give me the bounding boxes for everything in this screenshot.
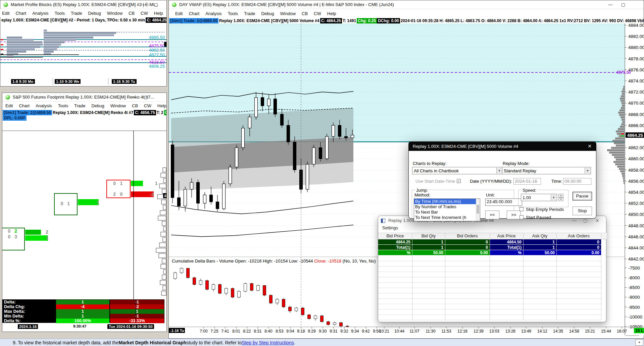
svg-text:4808.25: 4808.25 xyxy=(149,64,165,69)
fp-menu-analysis[interactable]: Analysis xyxy=(33,103,55,108)
maximize-icon[interactable]: ▢ xyxy=(583,218,587,223)
mp-menu-trade[interactable]: Trade xyxy=(68,11,85,16)
fp-menu-help[interactable]: Help xyxy=(154,103,169,108)
time-input[interactable]: 09:30:00 xyxy=(563,178,591,185)
mp-menu-chart[interactable]: Chart xyxy=(12,11,29,16)
main-menu-cw[interactable]: CW xyxy=(311,11,324,16)
depth-header-ask-qty[interactable]: Ask Qty xyxy=(523,233,556,238)
depth-header-ask-price[interactable]: Ask Price xyxy=(490,233,523,238)
method-label: Method: xyxy=(414,192,430,197)
stop-button[interactable]: Stop xyxy=(573,207,592,215)
speed-spin-down[interactable]: ▼ xyxy=(558,197,563,201)
method-listbox[interactable]: By Time (hh:mm:ss.ms)By Number of Trades… xyxy=(414,198,480,221)
minimize-icon[interactable]: — xyxy=(128,93,139,102)
start-paused-checkbox[interactable] xyxy=(519,215,524,219)
skip-empty-periods-checkbox[interactable] xyxy=(519,207,524,211)
fp-delta-row-label: Delta Chg: xyxy=(3,304,56,309)
skip-empty-periods-label: Skip Empty Periods xyxy=(526,207,564,212)
svg-text:12:16: 12:16 xyxy=(457,329,467,334)
speed-spin-up[interactable]: ▲ xyxy=(558,194,563,197)
mp-menu-analysis[interactable]: Analysis xyxy=(29,11,51,16)
mp-menu-window[interactable]: Window xyxy=(104,11,126,16)
jump-back-button[interactable]: << xyxy=(485,211,499,219)
fp-delta-row-label: Min Delta: xyxy=(3,314,56,319)
chevron-down-icon[interactable]: ▼ xyxy=(496,168,502,174)
replay-mode-select[interactable]: Standard Replay ▼ xyxy=(502,167,591,174)
unit-input[interactable]: 23:45:00.000 xyxy=(485,198,522,206)
svg-text:4884.00: 4884.00 xyxy=(628,23,644,28)
footprint-chart[interactable]: 1-212301200102034 xyxy=(2,121,166,323)
chevron-down-icon[interactable]: ▼ xyxy=(585,168,590,174)
svg-text:12:39: 12:39 xyxy=(474,329,484,334)
svg-text:4846.00: 4846.00 xyxy=(628,234,644,239)
svg-text:9:04: 9:04 xyxy=(286,329,294,334)
main-menu-analysis[interactable]: Analysis xyxy=(202,11,225,16)
speed-select[interactable]: 1.00 ▼ xyxy=(521,194,557,201)
depth-header-bid-price[interactable]: Bid Price xyxy=(378,233,412,238)
fp-menu-tools[interactable]: Tools xyxy=(55,103,71,108)
mp-menu-debug[interactable]: Debug xyxy=(85,11,104,16)
depth-header-bid-qty[interactable]: Bid Qty xyxy=(412,233,445,238)
maximize-icon[interactable]: ▢ xyxy=(617,0,629,9)
main-menu-debug[interactable]: Debug xyxy=(258,11,277,16)
scrollbar-thumb[interactable] xyxy=(477,205,479,214)
minimize-icon[interactable]: — xyxy=(138,0,149,9)
mp-menu-edit[interactable]: Edit xyxy=(0,11,12,16)
svg-text:-1-16 Tu: -1-16 Tu xyxy=(170,329,184,333)
close-icon[interactable]: ✕ xyxy=(595,218,599,223)
fp-menu-debug[interactable]: Debug xyxy=(88,103,107,108)
svg-text:7:25: 7:25 xyxy=(210,329,218,334)
fp-menu-chart[interactable]: Chart xyxy=(16,103,33,108)
jump-forward-button[interactable]: >> xyxy=(507,211,521,219)
main-menu-cb[interactable]: CB xyxy=(299,11,311,16)
mp-menu-tools[interactable]: Tools xyxy=(52,11,68,16)
depth-header-ask-orders[interactable]: Ask Orders xyxy=(556,233,601,238)
fp-menu-edit[interactable]: Edit xyxy=(2,103,16,108)
method-option[interactable]: To Next Time Increment (h xyxy=(414,215,480,220)
method-option[interactable]: By Number of Trades xyxy=(414,204,480,210)
depth-cell: 1 xyxy=(523,239,556,245)
fp-menu-cb[interactable]: CB xyxy=(129,103,141,108)
svg-text:4842.00: 4842.00 xyxy=(628,256,644,262)
main-titlebar[interactable]: DAY VWAP (ES) Replay 1.00X: ESM24-CME [C… xyxy=(169,0,644,9)
use-start-datetime-checkbox[interactable]: ✔ xyxy=(457,179,461,183)
main-menu-edit[interactable]: Edit xyxy=(172,11,186,16)
depth-cell: Total(1) xyxy=(378,245,412,250)
minimize-icon[interactable]: — xyxy=(605,0,616,9)
charts-to-replay-select[interactable]: All Charts in Chartbook ▼ xyxy=(412,167,503,174)
time-label: Time: xyxy=(551,179,562,184)
mp-window-title: Market Profile Blocks (ES) Replay 1.00X:… xyxy=(11,2,158,7)
svg-text:2: 2 xyxy=(46,229,48,235)
scroll-dropdown-button[interactable]: ▼ xyxy=(635,339,643,346)
fp-delta-row-label: Max Delta: xyxy=(3,309,56,314)
fp-menu-trade[interactable]: Trade xyxy=(71,103,88,108)
fp-menu-cw[interactable]: CW xyxy=(141,103,154,108)
close-icon[interactable]: ✕ xyxy=(583,141,596,151)
main-menu-chart[interactable]: Chart xyxy=(186,11,202,16)
maximize-icon[interactable]: ▢ xyxy=(150,0,162,9)
mp-menu-cb[interactable]: CB xyxy=(126,11,138,16)
minimize-icon[interactable]: — xyxy=(572,218,577,223)
scrollbar[interactable] xyxy=(476,199,480,221)
main-menu-help[interactable]: Help xyxy=(324,11,339,16)
market-profile-chart[interactable]: 4885.504875.504862.504827.504816.504808.… xyxy=(0,23,166,78)
pause-button[interactable]: Pause xyxy=(573,192,592,200)
mp-menu-help[interactable]: Help xyxy=(151,11,166,16)
method-option[interactable]: To Next Bar xyxy=(414,210,480,215)
depth-header-bid-orders[interactable]: Bid Orders xyxy=(445,233,490,238)
svg-text:4870.00: 4870.00 xyxy=(628,101,644,106)
main-menu-trade[interactable]: Trade xyxy=(241,11,258,16)
fp-menu-window[interactable]: Window xyxy=(107,103,129,108)
date-input[interactable]: 2024-01-16 xyxy=(513,178,541,185)
maximize-icon[interactable]: ▢ xyxy=(140,93,152,102)
main-menu-tools[interactable]: Tools xyxy=(225,11,241,16)
replay-mode-value: Standard Replay xyxy=(504,168,536,173)
main-menu-window[interactable]: Window xyxy=(277,11,299,16)
replay-dialog-titlebar[interactable]: Replay 1.00X: ESM24-CME [CBV][M] 5000 Vo… xyxy=(408,141,596,151)
method-option[interactable]: By Time (hh:mm:ss.ms) xyxy=(414,199,480,204)
mp-menu-cw[interactable]: CW xyxy=(138,11,151,16)
status-segment: T: 2 xyxy=(156,110,164,115)
depth-settings-menu[interactable]: Settings xyxy=(382,225,398,230)
chevron-down-icon[interactable]: ▼ xyxy=(551,194,556,200)
step-by-step-link[interactable]: Step by Step Instructions xyxy=(242,340,294,345)
